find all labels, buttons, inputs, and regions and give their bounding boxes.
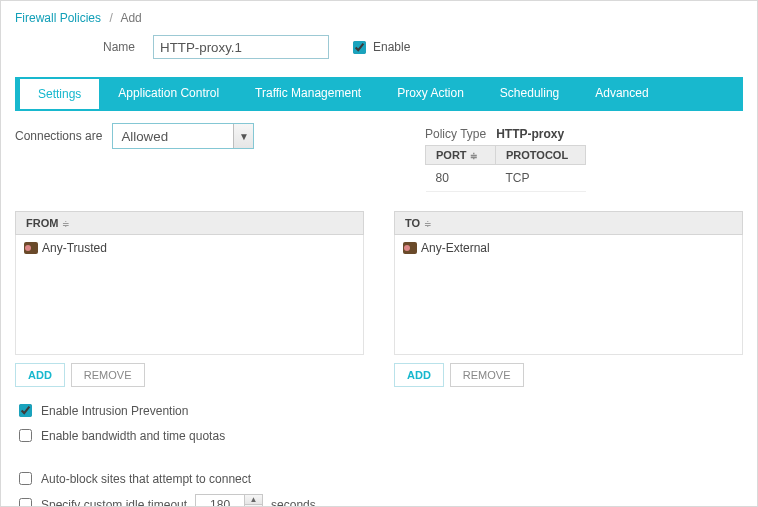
- from-panel: FROM Any-Trusted ADD REMOVE: [15, 211, 364, 387]
- port-cell: 80: [426, 165, 496, 192]
- tab-proxy-action[interactable]: Proxy Action: [379, 77, 482, 109]
- from-remove-button[interactable]: REMOVE: [71, 363, 145, 387]
- timeout-value[interactable]: [196, 495, 244, 507]
- timeout-label: Specify custom idle timeout: [41, 498, 187, 508]
- from-list[interactable]: Any-Trusted: [15, 235, 364, 355]
- spinner-up-icon[interactable]: ▲: [245, 495, 262, 505]
- policy-type-label: Policy Type: [425, 127, 486, 141]
- alias-icon: [24, 242, 38, 254]
- ips-checkbox-row[interactable]: Enable Intrusion Prevention: [15, 401, 743, 420]
- from-add-button[interactable]: ADD: [15, 363, 65, 387]
- connections-value[interactable]: [113, 124, 233, 148]
- tab-application-control[interactable]: Application Control: [100, 77, 237, 109]
- autoblock-label: Auto-block sites that attempt to connect: [41, 472, 251, 486]
- tab-traffic-management[interactable]: Traffic Management: [237, 77, 379, 109]
- tab-advanced[interactable]: Advanced: [577, 77, 666, 109]
- name-label: Name: [15, 40, 153, 54]
- name-input[interactable]: [153, 35, 329, 59]
- breadcrumb-root-link[interactable]: Firewall Policies: [15, 11, 101, 25]
- enable-checkbox-wrap[interactable]: Enable: [349, 38, 410, 57]
- autoblock-checkbox[interactable]: [19, 472, 32, 485]
- list-item[interactable]: Any-Trusted: [24, 239, 355, 257]
- tab-settings[interactable]: Settings: [19, 78, 100, 109]
- policy-type-table: PORT PROTOCOL 80 TCP: [425, 145, 586, 192]
- ips-label: Enable Intrusion Prevention: [41, 404, 188, 418]
- tab-scheduling[interactable]: Scheduling: [482, 77, 577, 109]
- protocol-header[interactable]: PROTOCOL: [496, 146, 586, 165]
- alias-icon: [403, 242, 417, 254]
- tabs-bar: Settings Application Control Traffic Man…: [15, 77, 743, 109]
- to-panel: TO Any-External ADD REMOVE: [394, 211, 743, 387]
- quota-label: Enable bandwidth and time quotas: [41, 429, 225, 443]
- breadcrumb-current: Add: [120, 11, 141, 25]
- timeout-checkbox-row[interactable]: Specify custom idle timeout: [15, 495, 187, 507]
- to-list[interactable]: Any-External: [394, 235, 743, 355]
- quota-checkbox[interactable]: [19, 429, 32, 442]
- from-header[interactable]: FROM: [15, 211, 364, 235]
- timeout-spinner[interactable]: ▲ ▼: [195, 494, 263, 507]
- protocol-cell: TCP: [496, 165, 586, 192]
- list-item[interactable]: Any-External: [403, 239, 734, 257]
- port-header[interactable]: PORT: [426, 146, 496, 165]
- to-header[interactable]: TO: [394, 211, 743, 235]
- enable-checkbox[interactable]: [353, 41, 366, 54]
- table-row[interactable]: 80 TCP: [426, 165, 586, 192]
- timeout-checkbox[interactable]: [19, 498, 32, 507]
- enable-label: Enable: [373, 40, 410, 54]
- timeout-unit: seconds: [271, 498, 316, 508]
- to-item-label: Any-External: [421, 241, 490, 255]
- breadcrumb-separator: /: [109, 11, 112, 25]
- chevron-down-icon[interactable]: ▼: [233, 124, 253, 148]
- connections-select[interactable]: ▼: [112, 123, 254, 149]
- policy-type-value: HTTP-proxy: [496, 127, 564, 141]
- ips-checkbox[interactable]: [19, 404, 32, 417]
- from-item-label: Any-Trusted: [42, 241, 107, 255]
- to-remove-button[interactable]: REMOVE: [450, 363, 524, 387]
- autoblock-checkbox-row[interactable]: Auto-block sites that attempt to connect: [15, 469, 743, 488]
- quota-checkbox-row[interactable]: Enable bandwidth and time quotas: [15, 426, 743, 445]
- connections-label: Connections are: [15, 129, 102, 143]
- to-add-button[interactable]: ADD: [394, 363, 444, 387]
- breadcrumb: Firewall Policies / Add: [1, 1, 757, 29]
